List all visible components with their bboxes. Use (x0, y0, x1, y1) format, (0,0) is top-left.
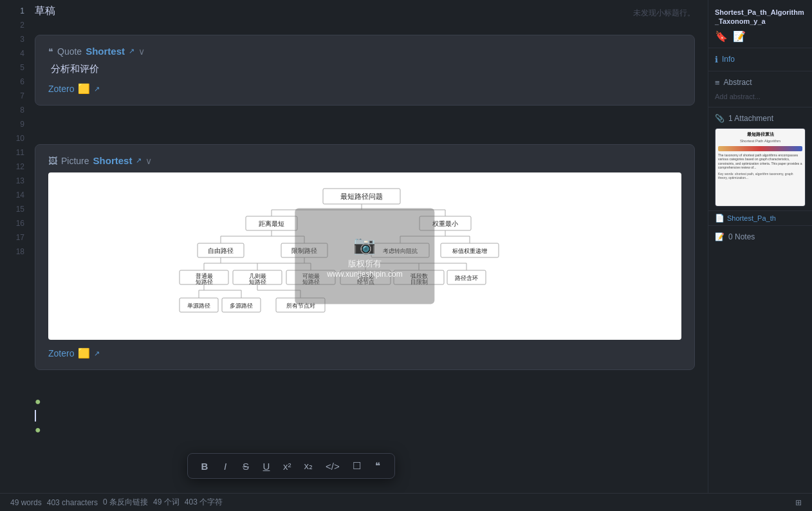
zotero-ext-link-icon[interactable]: ↗ (94, 85, 100, 93)
line-num-11: 11 (0, 145, 32, 160)
notes-icon: 📝 (715, 232, 724, 241)
rp-thumb-content: 最短路径算法 Shortest Path Algorithm The taxon… (715, 129, 805, 206)
info-icon: ℹ (715, 55, 718, 64)
quote-icon: ❝ (48, 46, 53, 57)
rp-info-label[interactable]: ℹ Info (715, 52, 806, 67)
line-num-15: 15 (0, 202, 32, 216)
word-count-zh: 49 个词 (153, 497, 180, 508)
zotero-label: Zotero (48, 84, 74, 94)
quote-title-link[interactable]: Shortest (86, 46, 125, 57)
picture-zotero-emoji: 🟨 (78, 348, 90, 359)
line-num-7: 7 (0, 89, 32, 103)
svg-text:短路径: 短路径 (249, 279, 266, 285)
svg-text:所有节点对: 所有节点对 (286, 302, 315, 309)
quote-content-text: 分析和评价 (48, 63, 681, 75)
page-title: 草稿 (35, 5, 55, 18)
status-bar: 49 words 403 characters 0 条反向链接 49 个词 40… (0, 493, 812, 511)
rp-doc-title: Shortest_Pa_th_Algorithm_Taxonom_y_a (715, 8, 806, 26)
line-num-8: 8 (0, 103, 32, 117)
row-15: ● (35, 423, 695, 437)
italic-button[interactable]: I (216, 458, 234, 474)
line-num-12: 12 (0, 160, 32, 174)
rp-abstract-placeholder[interactable]: Add abstract... (715, 90, 806, 103)
notes-count-text: 0 Notes (728, 232, 755, 241)
rp-notes-label[interactable]: 📝 0 Notes (715, 230, 806, 244)
rp-thumb-title: 最短路径算法 (718, 131, 802, 138)
picture-block-header: 🖼 Picture Shortest ↗ ∨ (48, 155, 681, 166)
editor-scroll[interactable]: 1 2 3 4 5 6 7 8 9 10 11 12 13 14 15 16 1 (0, 0, 708, 493)
picture-block: 🖼 Picture Shortest ↗ ∨ (35, 144, 695, 370)
right-panel-header: Shortest_Pa_th_Algorithm_Taxonom_y_a 🔖 📝 (708, 0, 812, 48)
line-num-18: 18 (0, 245, 32, 259)
editor-content[interactable]: 草稿 ❝ Quote Shortest ↗ ∨ 分析和评价 (32, 0, 708, 492)
char-count-zh: 403 个字符 (185, 497, 223, 508)
row-16 (35, 437, 695, 451)
right-panel: Shortest_Pa_th_Algorithm_Taxonom_y_a 🔖 📝… (708, 0, 812, 511)
rp-attachment-label[interactable]: 📎 1 Attachment (715, 111, 806, 125)
svg-text:权重最小: 权重最小 (432, 220, 458, 227)
rp-note-icon[interactable]: 📝 (733, 30, 746, 42)
svg-text:短路径: 短路径 (196, 279, 213, 285)
svg-text:最短路径问题: 最短路径问题 (340, 192, 383, 200)
line-num-14: 14 (0, 188, 32, 202)
quote-ext-link-icon[interactable]: ↗ (129, 47, 134, 55)
char-count: 403 characters (47, 498, 98, 507)
picture-title-link[interactable]: Shortest (93, 155, 133, 166)
info-label-text: Info (722, 55, 735, 64)
picture-chevron-icon[interactable]: ∨ (145, 156, 152, 166)
top-notice: 未发现小标题行。 (633, 8, 695, 19)
rp-attachment-section: 📎 1 Attachment 最短路径算法 Shortest Path Algo… (708, 107, 812, 211)
row-14[interactable] (35, 409, 695, 423)
picture-ext-link-icon[interactable]: ↗ (136, 156, 142, 165)
line-num-4: 4 (0, 46, 32, 60)
rp-attachment-thumb[interactable]: 最短路径算法 Shortest Path Algorithm The taxon… (715, 128, 806, 207)
right-panel-scroll[interactable]: Shortest_Pa_th_Algorithm_Taxonom_y_a 🔖 📝… (708, 0, 812, 511)
blockquote-button[interactable]: ❝ (369, 458, 387, 474)
inline-code-button[interactable]: </> (320, 458, 345, 474)
svg-text:自由路径: 自由路径 (208, 247, 234, 254)
row-12 (35, 380, 695, 395)
attachment-icon: 📎 (715, 114, 724, 123)
word-count: 49 words (10, 498, 42, 507)
svg-text:考虑转向阻抗: 考虑转向阻抗 (383, 248, 418, 254)
abstract-label-text: Abstract (724, 78, 752, 87)
formatting-toolbar: B I S U x² x₂ </> ☐ ❝ (187, 453, 395, 479)
line-num-10: 10 (0, 131, 32, 145)
line-num-1: 1 (0, 4, 32, 18)
line-num-17: 17 (0, 230, 32, 245)
quote-block-header: ❝ Quote Shortest ↗ ∨ (48, 46, 681, 57)
rp-file-link[interactable]: 📄 Shortest_Pa_th (708, 211, 812, 226)
picture-icon: 🖼 (48, 156, 57, 166)
abstract-icon: ≡ (715, 78, 720, 88)
diagram-svg: 最短路径问题 距离最短 权重最小 (178, 185, 551, 327)
picture-zotero-row[interactable]: Zotero 🟨 ↗ (48, 348, 681, 359)
line-num-9: 9 (0, 117, 32, 131)
attachment-count-text: 1 Attachment (728, 114, 773, 123)
rp-bookmark-icon[interactable]: 🔖 (715, 30, 728, 42)
line-num-5: 5 (0, 60, 32, 75)
svg-text:短路径: 短路径 (302, 279, 320, 285)
rp-file-icon: 📄 (715, 214, 724, 223)
svg-text:标值权重递增: 标值权重递增 (452, 248, 487, 254)
box-button[interactable]: ☐ (347, 458, 366, 474)
underline-button[interactable]: U (257, 458, 275, 474)
picture-zotero-ext-link-icon[interactable]: ↗ (94, 349, 100, 358)
svg-text:目限制: 目限制 (411, 279, 428, 285)
rp-thumb-subtitle: Shortest Path Algorithm (718, 138, 802, 144)
subscript-button[interactable]: x₂ (299, 458, 318, 474)
editor-cursor (35, 410, 36, 422)
picture-type-label: Picture (61, 156, 89, 166)
superscript-button[interactable]: x² (278, 458, 297, 474)
line-num-13: 13 (0, 174, 32, 188)
svg-text:单源路径: 单源路径 (187, 302, 210, 309)
rp-abstract-label[interactable]: ≡ Abstract (715, 75, 806, 90)
green-bullet-13: ● (35, 396, 41, 407)
quote-type-label: Quote (57, 46, 82, 57)
svg-text:经节点: 经节点 (357, 279, 374, 285)
quote-block: ❝ Quote Shortest ↗ ∨ 分析和评价 Zotero 🟨 ↗ (35, 35, 695, 106)
quote-chevron-icon[interactable]: ∨ (138, 46, 145, 57)
svg-text:限制路径: 限制路径 (291, 247, 317, 254)
bold-button[interactable]: B (196, 458, 214, 474)
strikethrough-button[interactable]: S (237, 458, 255, 474)
quote-zotero-row[interactable]: Zotero 🟨 ↗ (48, 83, 681, 95)
